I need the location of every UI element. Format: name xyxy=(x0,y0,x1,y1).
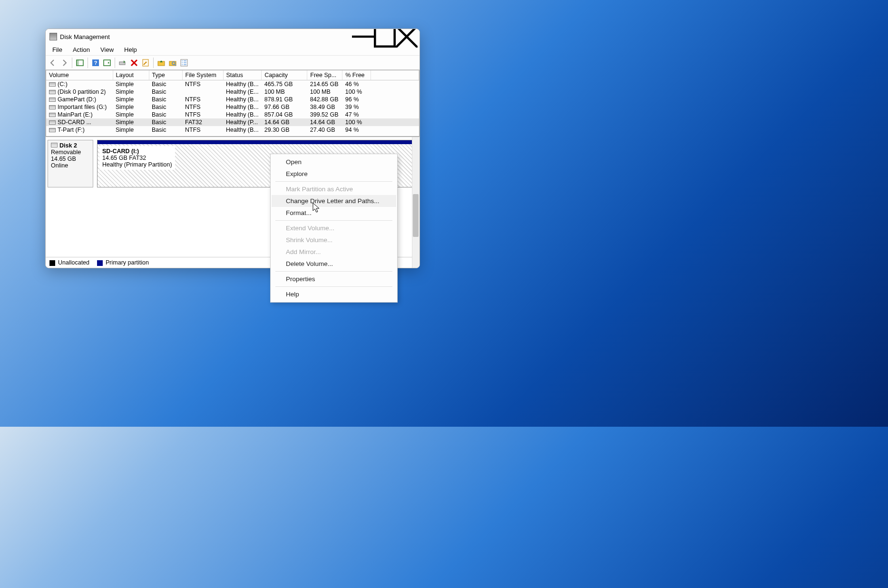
partition-text: SD-CARD (I:) 14.65 GB FAT32 Healthy (Pri… xyxy=(99,146,175,170)
svg-point-8 xyxy=(146,61,147,63)
ctx-change-drive-letter[interactable]: Change Drive Letter and Paths... xyxy=(272,195,396,207)
window-title: Disk Management xyxy=(60,33,352,40)
folder-search-icon[interactable] xyxy=(167,58,178,68)
disk-media: Removable xyxy=(51,149,90,156)
table-row[interactable]: MainPart (E:)SimpleBasicNTFSHealthy (B..… xyxy=(46,111,419,118)
ctx-properties[interactable]: Properties xyxy=(272,273,396,285)
menubar: File Action View Help xyxy=(46,44,420,56)
toolbar: ? xyxy=(46,56,420,70)
table-header-row: Volume Layout Type File System Status Ca… xyxy=(46,70,419,80)
legend-primary-color xyxy=(97,260,103,266)
app-icon xyxy=(49,33,57,40)
drive-icon xyxy=(51,143,58,147)
ctx-mark-active: Mark Partition as Active xyxy=(272,183,396,195)
disk-header[interactable]: Disk 2 Removable 14.65 GB Online xyxy=(48,140,93,187)
col-volume[interactable]: Volume xyxy=(46,70,113,80)
legend-unallocated: Unallocated xyxy=(58,259,89,266)
table-row[interactable]: T-Part (F:)SimpleBasicNTFSHealthy (B...2… xyxy=(46,126,419,134)
show-hide-console-icon[interactable] xyxy=(75,58,85,68)
maximize-button[interactable] xyxy=(374,29,396,44)
ctx-extend: Extend Volume... xyxy=(272,222,396,234)
forward-icon[interactable] xyxy=(59,58,69,68)
ctx-explore[interactable]: Explore xyxy=(272,168,396,180)
col-capacity[interactable]: Capacity xyxy=(262,70,307,80)
svg-text:?: ? xyxy=(94,60,98,66)
ctx-help[interactable]: Help xyxy=(272,288,396,300)
table-row[interactable]: (C:)SimpleBasicNTFSHealthy (B...465.75 G… xyxy=(46,80,419,88)
col-freespace[interactable]: Free Sp... xyxy=(307,70,342,80)
disk-state: Online xyxy=(51,162,90,169)
back-icon[interactable] xyxy=(48,58,58,68)
disk-size: 14.65 GB xyxy=(51,156,90,162)
menu-action[interactable]: Action xyxy=(68,45,95,54)
partition-status: Healthy (Primary Partition) xyxy=(102,161,172,168)
legend-unallocated-color xyxy=(49,260,55,266)
refresh-icon[interactable] xyxy=(117,58,128,68)
col-filesystem[interactable]: File System xyxy=(182,70,223,80)
disk-name: Disk 2 xyxy=(59,142,77,149)
table-row[interactable]: SD-CARD ...SimpleBasicFAT32Healthy (P...… xyxy=(46,118,419,126)
vertical-scrollbar[interactable] xyxy=(412,137,420,268)
checklist-icon[interactable] xyxy=(179,58,189,68)
folder-up-icon[interactable] xyxy=(156,58,166,68)
ctx-delete[interactable]: Delete Volume... xyxy=(272,258,396,270)
ctx-open[interactable]: Open xyxy=(272,156,396,168)
legend-primary: Primary partition xyxy=(106,259,149,266)
table-row[interactable]: GamePart (D:)SimpleBasicNTFSHealthy (B..… xyxy=(46,96,419,103)
table-row[interactable]: Important files (G:)SimpleBasicNTFSHealt… xyxy=(46,103,419,111)
col-layout[interactable]: Layout xyxy=(113,70,149,80)
menu-help[interactable]: Help xyxy=(119,45,142,54)
action-list-icon[interactable] xyxy=(102,58,112,68)
help-icon[interactable]: ? xyxy=(90,58,101,68)
partition-info: 14.65 GB FAT32 xyxy=(102,155,172,161)
ctx-add-mirror: Add Mirror... xyxy=(272,246,396,258)
volume-table: Volume Layout Type File System Status Ca… xyxy=(46,70,420,137)
minimize-button[interactable] xyxy=(352,29,374,44)
ctx-format[interactable]: Format... xyxy=(272,207,396,219)
ctx-shrink: Shrink Volume... xyxy=(272,234,396,246)
menu-file[interactable]: File xyxy=(48,45,67,54)
partition-color-bar xyxy=(98,140,417,144)
properties-icon[interactable] xyxy=(140,58,151,68)
svg-rect-2 xyxy=(77,60,79,66)
col-pctfree[interactable]: % Free xyxy=(342,70,371,80)
titlebar: Disk Management xyxy=(46,29,420,44)
context-menu: Open Explore Mark Partition as Active Ch… xyxy=(270,154,398,303)
delete-icon[interactable] xyxy=(129,58,139,68)
partition-name: SD-CARD (I:) xyxy=(102,148,172,155)
table-row[interactable]: (Disk 0 partition 2)SimpleBasicHealthy (… xyxy=(46,88,419,96)
menu-view[interactable]: View xyxy=(96,45,118,54)
col-status[interactable]: Status xyxy=(223,70,262,80)
close-button[interactable] xyxy=(396,29,418,44)
col-type[interactable]: Type xyxy=(149,70,182,80)
